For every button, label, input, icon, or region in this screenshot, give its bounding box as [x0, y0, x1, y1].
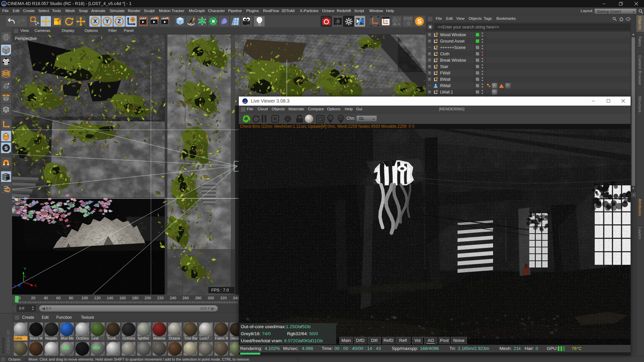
svg-text:F: F: [329, 116, 331, 120]
svg-text:M: M: [339, 116, 342, 120]
svg-text:X: X: [34, 284, 37, 288]
svg-text:Y: Y: [105, 18, 109, 24]
svg-text:FPS : 7.0: FPS : 7.0: [211, 288, 229, 293]
svg-text:X: X: [93, 18, 97, 24]
svg-text:S: S: [417, 18, 422, 25]
svg-text:Perspective: Perspective: [15, 36, 37, 41]
svg-text:Z: Z: [118, 18, 121, 24]
svg-text:Y: Y: [24, 267, 26, 271]
svg-text:S: S: [4, 145, 8, 151]
svg-text:R: R: [273, 116, 277, 122]
svg-text:Z: Z: [13, 284, 16, 288]
